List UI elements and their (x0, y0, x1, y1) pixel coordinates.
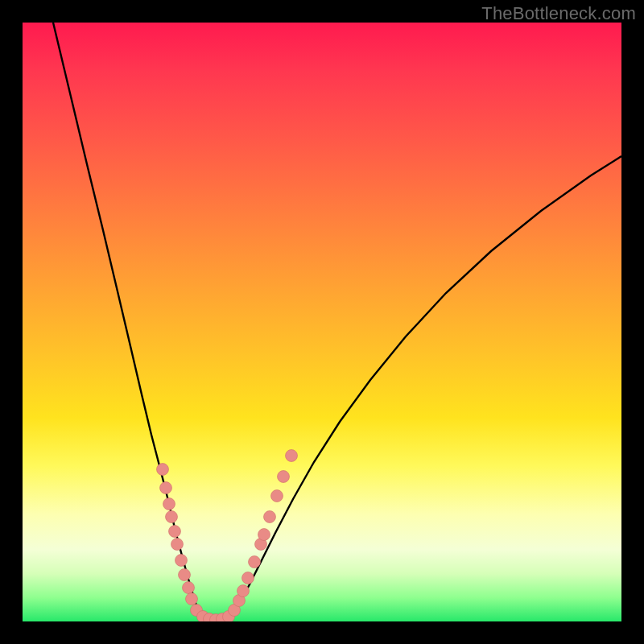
marker-dot (237, 585, 250, 597)
marker-dot (166, 511, 178, 523)
marker-dot (278, 471, 290, 483)
marker-dot (175, 555, 188, 567)
marker-dot (160, 482, 172, 494)
marker-dot (183, 582, 195, 594)
marker-dot (157, 464, 169, 476)
marker-dot (169, 526, 181, 538)
marker-dot (242, 572, 254, 584)
marker-dot (171, 539, 184, 551)
marker-dot (271, 490, 283, 502)
marker-dot (264, 511, 276, 523)
marker-dot (186, 593, 198, 605)
marker-dot (249, 556, 261, 568)
outer-frame: TheBottleneck.com (0, 0, 644, 644)
curve-overlay (23, 23, 621, 621)
bottleneck-curve (53, 23, 621, 620)
curve-right (232, 156, 621, 615)
dot-layer (157, 450, 298, 622)
marker-dot (258, 529, 270, 541)
marker-dot (286, 450, 298, 462)
marker-dot (179, 569, 191, 581)
marker-dot (163, 498, 175, 510)
plot-area (23, 23, 621, 621)
watermark-text: TheBottleneck.com (481, 3, 636, 24)
